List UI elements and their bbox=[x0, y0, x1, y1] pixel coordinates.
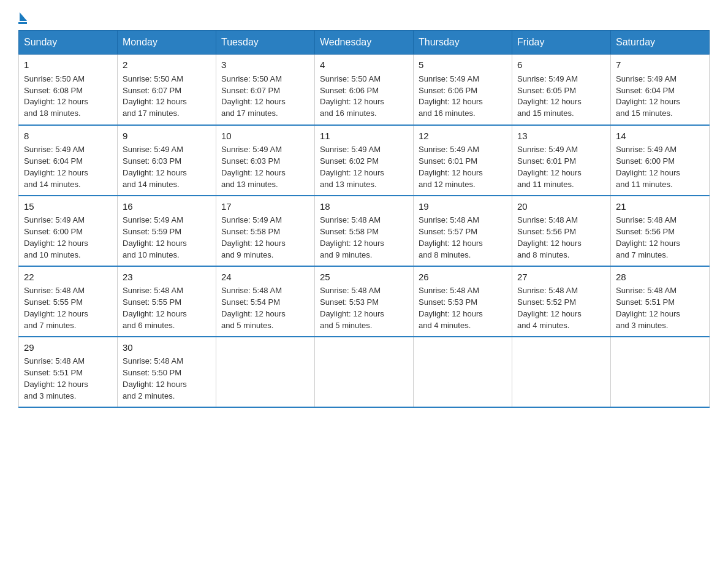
day-number: 21 bbox=[616, 200, 704, 213]
day-info: Sunrise: 5:48 AMSunset: 5:54 PMDaylight:… bbox=[221, 285, 309, 331]
calendar-cell: 30Sunrise: 5:48 AMSunset: 5:50 PMDayligh… bbox=[118, 337, 216, 407]
day-info: Sunrise: 5:49 AMSunset: 6:01 PMDaylight:… bbox=[419, 144, 507, 190]
calendar-cell bbox=[512, 337, 611, 407]
day-info: Sunrise: 5:49 AMSunset: 6:04 PMDaylight:… bbox=[24, 144, 112, 190]
calendar-cell: 5Sunrise: 5:49 AMSunset: 6:06 PMDaylight… bbox=[414, 55, 512, 125]
day-number: 19 bbox=[419, 200, 507, 213]
calendar-cell: 25Sunrise: 5:48 AMSunset: 5:53 PMDayligh… bbox=[315, 266, 414, 337]
day-info: Sunrise: 5:50 AMSunset: 6:08 PMDaylight:… bbox=[24, 74, 112, 120]
calendar-cell: 29Sunrise: 5:48 AMSunset: 5:51 PMDayligh… bbox=[19, 337, 118, 407]
day-number: 28 bbox=[616, 270, 704, 284]
day-info: Sunrise: 5:48 AMSunset: 5:56 PMDaylight:… bbox=[517, 215, 605, 261]
day-number: 7 bbox=[616, 58, 704, 72]
day-info: Sunrise: 5:49 AMSunset: 6:01 PMDaylight:… bbox=[517, 144, 605, 190]
calendar-week-row: 1Sunrise: 5:50 AMSunset: 6:08 PMDaylight… bbox=[19, 55, 710, 125]
calendar-cell: 18Sunrise: 5:48 AMSunset: 5:58 PMDayligh… bbox=[315, 196, 414, 266]
day-info: Sunrise: 5:49 AMSunset: 5:59 PMDaylight:… bbox=[123, 215, 211, 261]
calendar-week-row: 15Sunrise: 5:49 AMSunset: 6:00 PMDayligh… bbox=[19, 196, 710, 266]
calendar-cell: 28Sunrise: 5:48 AMSunset: 5:51 PMDayligh… bbox=[611, 266, 710, 337]
day-number: 22 bbox=[24, 270, 112, 284]
day-info: Sunrise: 5:48 AMSunset: 5:53 PMDaylight:… bbox=[419, 285, 507, 331]
day-info: Sunrise: 5:50 AMSunset: 6:07 PMDaylight:… bbox=[221, 74, 309, 120]
calendar-cell: 21Sunrise: 5:48 AMSunset: 5:56 PMDayligh… bbox=[611, 196, 710, 266]
day-number: 24 bbox=[221, 270, 309, 284]
day-number: 30 bbox=[123, 341, 211, 354]
day-info: Sunrise: 5:49 AMSunset: 6:00 PMDaylight:… bbox=[24, 215, 112, 261]
calendar-header-row: SundayMondayTuesdayWednesdayThursdayFrid… bbox=[19, 31, 710, 55]
calendar-cell: 12Sunrise: 5:49 AMSunset: 6:01 PMDayligh… bbox=[414, 125, 512, 196]
day-info: Sunrise: 5:49 AMSunset: 6:06 PMDaylight:… bbox=[419, 74, 507, 120]
day-info: Sunrise: 5:49 AMSunset: 6:03 PMDaylight:… bbox=[221, 144, 309, 190]
day-number: 9 bbox=[123, 129, 211, 143]
calendar-cell: 24Sunrise: 5:48 AMSunset: 5:54 PMDayligh… bbox=[216, 266, 315, 337]
calendar-cell: 13Sunrise: 5:49 AMSunset: 6:01 PMDayligh… bbox=[512, 125, 611, 196]
header-thursday: Thursday bbox=[414, 31, 512, 55]
day-info: Sunrise: 5:48 AMSunset: 5:55 PMDaylight:… bbox=[123, 285, 211, 331]
calendar-cell: 3Sunrise: 5:50 AMSunset: 6:07 PMDaylight… bbox=[216, 55, 315, 125]
day-number: 12 bbox=[419, 129, 507, 143]
day-info: Sunrise: 5:48 AMSunset: 5:50 PMDaylight:… bbox=[123, 356, 211, 402]
calendar-cell: 6Sunrise: 5:49 AMSunset: 6:05 PMDaylight… bbox=[512, 55, 611, 125]
day-info: Sunrise: 5:49 AMSunset: 6:05 PMDaylight:… bbox=[517, 74, 605, 120]
calendar-cell: 9Sunrise: 5:49 AMSunset: 6:03 PMDaylight… bbox=[118, 125, 216, 196]
calendar-cell bbox=[611, 337, 710, 407]
day-info: Sunrise: 5:50 AMSunset: 6:07 PMDaylight:… bbox=[123, 74, 211, 120]
calendar-week-row: 22Sunrise: 5:48 AMSunset: 5:55 PMDayligh… bbox=[19, 266, 710, 337]
day-number: 2 bbox=[123, 58, 211, 72]
calendar-cell: 8Sunrise: 5:49 AMSunset: 6:04 PMDaylight… bbox=[19, 125, 118, 196]
day-info: Sunrise: 5:48 AMSunset: 5:51 PMDaylight:… bbox=[616, 285, 704, 331]
calendar-cell bbox=[315, 337, 414, 407]
header-friday: Friday bbox=[512, 31, 611, 55]
calendar-cell: 26Sunrise: 5:48 AMSunset: 5:53 PMDayligh… bbox=[414, 266, 512, 337]
header-sunday: Sunday bbox=[19, 31, 118, 55]
header-monday: Monday bbox=[118, 31, 216, 55]
logo-underline bbox=[18, 22, 27, 24]
calendar-cell: 27Sunrise: 5:48 AMSunset: 5:52 PMDayligh… bbox=[512, 266, 611, 337]
day-number: 15 bbox=[24, 200, 112, 213]
day-number: 4 bbox=[320, 58, 408, 72]
calendar-cell: 19Sunrise: 5:48 AMSunset: 5:57 PMDayligh… bbox=[414, 196, 512, 266]
calendar-cell: 10Sunrise: 5:49 AMSunset: 6:03 PMDayligh… bbox=[216, 125, 315, 196]
day-info: Sunrise: 5:49 AMSunset: 5:58 PMDaylight:… bbox=[221, 215, 309, 261]
calendar-cell: 15Sunrise: 5:49 AMSunset: 6:00 PMDayligh… bbox=[19, 196, 118, 266]
day-number: 14 bbox=[616, 129, 704, 143]
day-info: Sunrise: 5:48 AMSunset: 5:52 PMDaylight:… bbox=[517, 285, 605, 331]
header bbox=[18, 12, 710, 24]
day-info: Sunrise: 5:48 AMSunset: 5:51 PMDaylight:… bbox=[24, 356, 112, 402]
day-number: 1 bbox=[24, 58, 112, 72]
day-info: Sunrise: 5:48 AMSunset: 5:56 PMDaylight:… bbox=[616, 215, 704, 261]
calendar-cell: 4Sunrise: 5:50 AMSunset: 6:06 PMDaylight… bbox=[315, 55, 414, 125]
calendar-cell bbox=[414, 337, 512, 407]
calendar-week-row: 29Sunrise: 5:48 AMSunset: 5:51 PMDayligh… bbox=[19, 337, 710, 407]
calendar-cell: 7Sunrise: 5:49 AMSunset: 6:04 PMDaylight… bbox=[611, 55, 710, 125]
calendar-cell: 2Sunrise: 5:50 AMSunset: 6:07 PMDaylight… bbox=[118, 55, 216, 125]
logo-text bbox=[18, 12, 27, 21]
day-info: Sunrise: 5:48 AMSunset: 5:53 PMDaylight:… bbox=[320, 285, 408, 331]
header-saturday: Saturday bbox=[611, 31, 710, 55]
day-number: 27 bbox=[517, 270, 605, 284]
day-info: Sunrise: 5:49 AMSunset: 6:03 PMDaylight:… bbox=[123, 144, 211, 190]
day-number: 6 bbox=[517, 58, 605, 72]
day-number: 8 bbox=[24, 129, 112, 143]
day-number: 3 bbox=[221, 58, 309, 72]
day-number: 16 bbox=[123, 200, 211, 213]
calendar-cell: 17Sunrise: 5:49 AMSunset: 5:58 PMDayligh… bbox=[216, 196, 315, 266]
day-number: 13 bbox=[517, 129, 605, 143]
calendar-cell: 23Sunrise: 5:48 AMSunset: 5:55 PMDayligh… bbox=[118, 266, 216, 337]
calendar-cell: 20Sunrise: 5:48 AMSunset: 5:56 PMDayligh… bbox=[512, 196, 611, 266]
calendar-table: SundayMondayTuesdayWednesdayThursdayFrid… bbox=[18, 30, 710, 408]
logo-triangle-icon bbox=[20, 12, 27, 21]
calendar-cell: 1Sunrise: 5:50 AMSunset: 6:08 PMDaylight… bbox=[19, 55, 118, 125]
day-number: 18 bbox=[320, 200, 408, 213]
calendar-cell: 22Sunrise: 5:48 AMSunset: 5:55 PMDayligh… bbox=[19, 266, 118, 337]
calendar-cell: 11Sunrise: 5:49 AMSunset: 6:02 PMDayligh… bbox=[315, 125, 414, 196]
day-info: Sunrise: 5:49 AMSunset: 6:00 PMDaylight:… bbox=[616, 144, 704, 190]
calendar-cell: 16Sunrise: 5:49 AMSunset: 5:59 PMDayligh… bbox=[118, 196, 216, 266]
day-number: 20 bbox=[517, 200, 605, 213]
day-number: 25 bbox=[320, 270, 408, 284]
calendar-week-row: 8Sunrise: 5:49 AMSunset: 6:04 PMDaylight… bbox=[19, 125, 710, 196]
day-info: Sunrise: 5:48 AMSunset: 5:57 PMDaylight:… bbox=[419, 215, 507, 261]
day-info: Sunrise: 5:49 AMSunset: 6:02 PMDaylight:… bbox=[320, 144, 408, 190]
calendar-cell bbox=[216, 337, 315, 407]
day-number: 26 bbox=[419, 270, 507, 284]
